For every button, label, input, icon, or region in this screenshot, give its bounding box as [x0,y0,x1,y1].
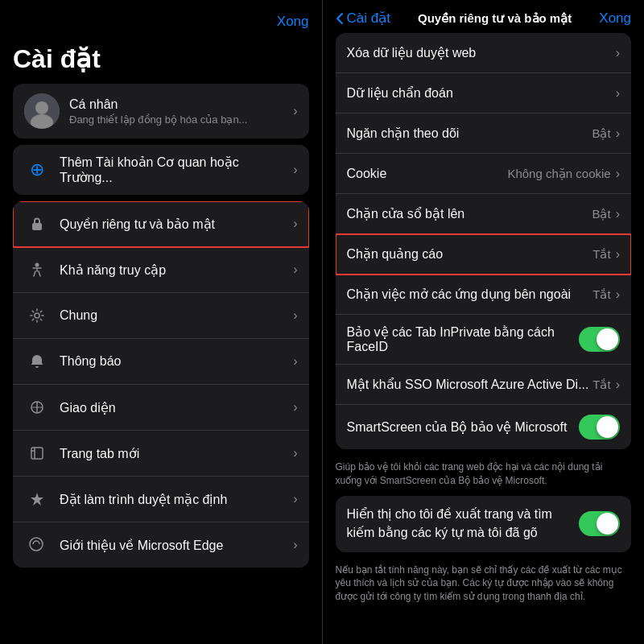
ad-block-item[interactable]: Chặn quảng cáo Tắt › [336,234,632,275]
inprivate-item[interactable]: Bảo vệ các Tab InPrivate bằng cách FaceI… [336,315,632,365]
default-browser-chevron: › [293,492,297,506]
svg-rect-3 [32,223,42,230]
privacy-content: Quyền riêng tư và bảo mật [60,217,293,232]
smartscreen-content: SmartScreen của Bộ bảo vệ Microsoft [347,419,580,435]
appearance-content: Giao diện [60,400,293,415]
privacy-settings-card: Xóa dữ liệu duyệt web › Dữ liệu chẩn đoá… [336,33,632,449]
accessibility-chevron: › [293,262,297,277]
general-chevron: › [293,308,297,323]
diagnostic-chevron: › [616,86,620,101]
tracking-value: Bật [592,126,610,141]
new-tab-item[interactable]: Trang tab mới › [13,431,309,477]
popup-item[interactable]: Chặn cửa sổ bật lên Bật › [336,194,632,234]
smartscreen-label: SmartScreen của Bộ bảo vệ Microsoft [347,419,580,435]
profile-subtitle: Đang thiết lập đồng bộ hóa của bạn... [69,114,293,126]
svg-marker-8 [31,493,43,506]
suggestions-label: Hiển thị cho tôi đề xuất trang và tìm ki… [347,506,573,542]
suggestions-card: Hiển thị cho tôi đề xuất trang và tìm ki… [336,496,632,552]
about-edge-content: Giới thiệu về Microsoft Edge [60,538,293,553]
ad-block-chevron: › [616,247,620,262]
add-account-item[interactable]: ⊕ Thêm Tài khoản Cơ quan hoặc Trường... … [13,145,309,195]
clear-data-content: Xóa dữ liệu duyệt web [347,45,616,60]
popup-value: Bật [592,207,610,221]
settings-section: Quyền riêng tư và bảo mật › Khả năng tru… [0,201,322,568]
accessibility-icon [24,257,50,283]
new-tab-chevron: › [293,446,297,460]
about-edge-label: Giới thiệu về Microsoft Edge [60,538,293,553]
default-browser-icon [24,486,50,512]
smartscreen-desc: Giúp bảo vệ tôi khỏi các trang web độc h… [323,456,645,496]
smartscreen-item[interactable]: SmartScreen của Bộ bảo vệ Microsoft [336,405,632,449]
sso-content: Mật khẩu SSO Microsoft Azure Active Di..… [347,377,593,392]
suggestions-content: Hiển thị cho tôi đề xuất trang và tìm ki… [347,506,573,542]
tracking-item[interactable]: Ngăn chặn theo dõi Bật › [336,114,632,154]
tracking-label: Ngăn chặn theo dõi [347,126,592,141]
default-browser-label: Đặt làm trình duyệt mặc định [60,492,293,507]
right-panel: Cài đặt Quyền riêng tư và bảo mật Xong X… [323,0,645,644]
right-done-button[interactable]: Xong [599,10,631,27]
privacy-label: Quyền riêng tư và bảo mật [60,217,293,232]
left-page-title: Cài đặt [0,40,322,84]
gear-icon [24,303,50,328]
default-browser-item[interactable]: Đặt làm trình duyệt mặc định › [13,477,309,522]
suggestions-item[interactable]: Hiển thị cho tôi đề xuất trang và tìm ki… [336,496,632,552]
sso-chevron: › [616,378,620,392]
popup-label: Chặn cửa sổ bật lên [347,206,592,221]
ad-block-value: Tắt [592,247,610,262]
clear-data-chevron: › [616,46,620,60]
accessibility-item[interactable]: Khả năng truy cập › [13,247,309,293]
inprivate-toggle[interactable] [579,327,620,352]
notifications-item[interactable]: Thông báo › [13,339,309,385]
accessibility-content: Khả năng truy cập [60,262,293,278]
cookie-item[interactable]: Cookie Không chặn cookie › [336,154,632,194]
smartscreen-toggle[interactable] [579,415,620,440]
new-tab-content: Trang tab mới [60,446,293,461]
diagnostic-item[interactable]: Dữ liệu chẩn đoán › [336,73,632,114]
settings-card: Quyền riêng tư và bảo mật › Khả năng tru… [13,201,309,568]
external-apps-label: Chặn việc mở các ứng dụng bên ngoài [347,287,593,302]
external-apps-item[interactable]: Chặn việc mở các ứng dụng bên ngoài Tắt … [336,275,632,315]
appearance-item[interactable]: Giao diện › [13,385,309,431]
notifications-chevron: › [293,354,297,369]
clear-data-label: Xóa dữ liệu duyệt web [347,45,616,60]
svg-point-4 [35,263,39,267]
suggestions-desc: Nếu bạn tắt tính năng này, bạn sẽ chỉ th… [323,559,645,612]
back-button[interactable]: Cài đặt [336,10,390,27]
avatar [24,93,60,129]
tracking-chevron: › [616,126,620,141]
ad-block-label: Chặn quảng cáo [347,246,593,262]
external-apps-chevron: › [616,287,620,302]
notifications-content: Thông báo [60,354,293,369]
privacy-chevron: › [293,217,297,231]
svg-rect-7 [31,448,43,459]
right-page-title: Quyền riêng tư và bảo mật [395,11,594,26]
general-item[interactable]: Chung › [13,293,309,339]
sso-item[interactable]: Mật khẩu SSO Microsoft Azure Active Di..… [336,365,632,405]
profile-item[interactable]: Cá nhân Đang thiết lập đồng bộ hóa của b… [13,84,309,138]
right-scroll: Xóa dữ liệu duyệt web › Dữ liệu chẩn đoá… [323,33,645,644]
suggestions-section: Hiển thị cho tôi đề xuất trang và tìm ki… [323,496,645,552]
inprivate-content: Bảo vệ các Tab InPrivate bằng cách FaceI… [347,324,580,354]
left-scroll: Cá nhân Đang thiết lập đồng bộ hóa của b… [0,84,322,644]
diagnostic-content: Dữ liệu chẩn đoán [347,85,616,101]
about-edge-item[interactable]: Giới thiệu về Microsoft Edge › [13,522,309,568]
left-done-button[interactable]: Xong [277,14,309,30]
cookie-content: Cookie [347,167,508,181]
privacy-security-item[interactable]: Quyền riêng tư và bảo mật › [13,201,309,247]
bell-icon [24,349,50,374]
add-account-icon: ⊕ [24,157,50,183]
accessibility-label: Khả năng truy cập [60,262,293,278]
suggestions-toggle[interactable] [579,511,620,536]
external-apps-value: Tắt [592,287,610,302]
edge-icon [24,532,50,558]
notifications-label: Thông báo [60,354,293,369]
popup-chevron: › [616,207,620,221]
svg-point-5 [35,313,39,318]
privacy-settings-section: Xóa dữ liệu duyệt web › Dữ liệu chẩn đoá… [323,33,645,449]
diagnostic-label: Dữ liệu chẩn đoán [347,85,616,101]
external-apps-content: Chặn việc mở các ứng dụng bên ngoài [347,287,593,302]
inprivate-label: Bảo vệ các Tab InPrivate bằng cách FaceI… [347,324,580,354]
add-account-label: Thêm Tài khoản Cơ quan hoặc Trường... [60,155,293,185]
clear-data-item[interactable]: Xóa dữ liệu duyệt web › [336,33,632,73]
left-header: Xong [0,0,322,40]
